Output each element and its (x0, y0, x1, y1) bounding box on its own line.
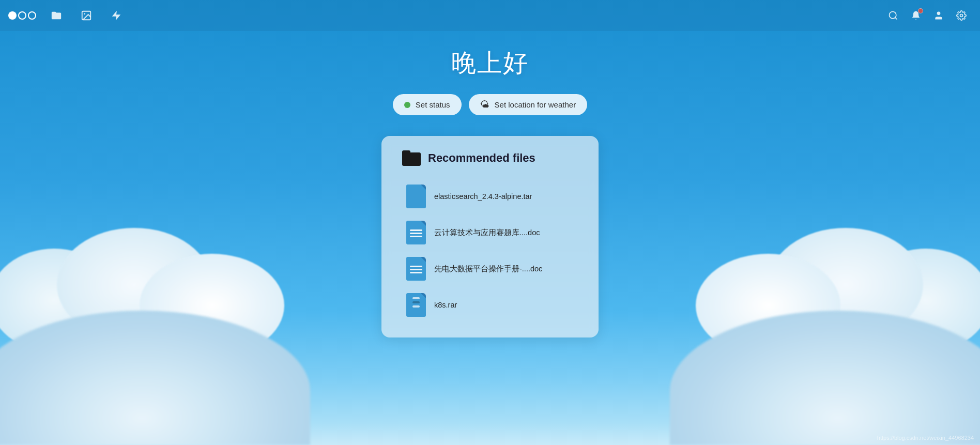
weather-sun-icon: 🌤 (480, 99, 489, 110)
file-item[interactable]: 先电大数据平台操作手册-....doc (402, 251, 578, 287)
notifications-icon[interactable] (906, 5, 926, 26)
svg-line-4 (895, 18, 897, 20)
topbar (0, 0, 980, 31)
files-card: Recommended files elasticsearch_2.4.3-al… (381, 136, 599, 337)
svg-point-3 (890, 12, 896, 19)
nextcloud-logo[interactable] (8, 11, 36, 20)
action-buttons: Set status 🌤 Set location for weather (393, 94, 587, 115)
main-content: 晚上好 Set status 🌤 Set location for weathe… (0, 31, 980, 445)
set-weather-label: Set location for weather (495, 100, 576, 109)
settings-icon[interactable] (951, 5, 972, 26)
logo-circle-1 (8, 11, 17, 20)
file-icon-rar (406, 293, 426, 317)
set-status-button[interactable]: Set status (393, 94, 462, 115)
file-item[interactable]: k8s.rar (402, 287, 578, 323)
activity-icon[interactable] (106, 6, 126, 25)
status-indicator (404, 102, 410, 108)
set-weather-button[interactable]: 🌤 Set location for weather (469, 94, 588, 115)
files-card-title: Recommended files (428, 151, 535, 165)
file-icon-tar (406, 185, 426, 208)
svg-point-5 (937, 12, 941, 16)
files-card-header: Recommended files (402, 150, 578, 166)
contacts-icon[interactable] (928, 5, 949, 26)
svg-marker-2 (112, 11, 121, 20)
logo-circles (8, 11, 36, 20)
file-name: k8s.rar (434, 301, 457, 309)
file-item[interactable]: 云计算技术与应用赛题库....doc (402, 214, 578, 251)
file-icon-doc (406, 221, 426, 244)
watermark: https://blog.csdn.net/weixin_44968234 (877, 435, 974, 441)
greeting-text: 晚上好 (451, 47, 529, 80)
file-name: elasticsearch_2.4.3-alpine.tar (434, 192, 532, 201)
logo-circle-3 (28, 11, 36, 20)
search-icon[interactable] (883, 5, 904, 26)
photos-icon[interactable] (76, 6, 96, 25)
file-icon-doc2 (406, 257, 426, 281)
file-name: 云计算技术与应用赛题库....doc (434, 228, 540, 238)
set-status-label: Set status (416, 100, 450, 109)
topbar-right (883, 5, 972, 26)
recommended-files-folder-icon (402, 150, 421, 166)
topbar-left (8, 6, 126, 25)
svg-point-6 (960, 14, 963, 17)
notification-badge (918, 8, 923, 13)
logo-circle-2 (18, 11, 26, 20)
svg-point-1 (84, 13, 85, 14)
file-item[interactable]: elasticsearch_2.4.3-alpine.tar (402, 178, 578, 214)
file-name: 先电大数据平台操作手册-....doc (434, 264, 542, 274)
files-icon[interactable] (47, 6, 66, 25)
